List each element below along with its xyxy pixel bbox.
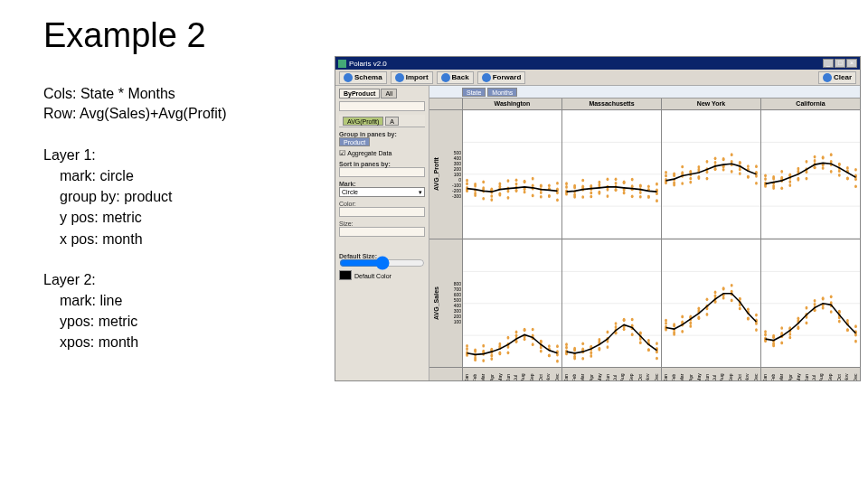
tab-all[interactable]: All xyxy=(381,89,397,99)
app-icon xyxy=(338,60,346,68)
svg-point-278 xyxy=(482,349,485,352)
svg-point-290 xyxy=(507,351,510,354)
svg-point-355 xyxy=(607,345,609,349)
svg-point-210 xyxy=(780,170,783,174)
svg-point-194 xyxy=(755,164,758,168)
svg-point-42 xyxy=(524,191,526,194)
svg-point-116 xyxy=(639,195,642,199)
svg-point-359 xyxy=(607,330,609,333)
layer2-block: Layer 2: mark: line ypos: metric xpos: m… xyxy=(43,269,335,353)
tab-byproduct[interactable]: ByProduct xyxy=(339,89,380,99)
svg-point-59 xyxy=(548,194,551,198)
layer1-block: Layer 1: mark: circle group by: product … xyxy=(43,145,335,249)
svg-point-49 xyxy=(532,194,534,198)
svg-point-384 xyxy=(647,348,650,352)
svg-point-135 xyxy=(665,174,667,178)
col-header-1: Massachusetts xyxy=(562,99,661,109)
svg-point-60 xyxy=(556,198,559,202)
forward-button[interactable]: Forward xyxy=(477,71,526,84)
xaxis-0: JanFebMarAprMayJunJulAugSepOctNovDec xyxy=(463,368,561,380)
group-label: Group in panes by: xyxy=(339,131,425,137)
svg-point-410 xyxy=(689,321,692,324)
svg-point-48 xyxy=(532,183,534,187)
svg-point-254 xyxy=(846,177,849,181)
svg-point-426 xyxy=(714,290,717,294)
back-button[interactable]: Back xyxy=(437,71,474,84)
svg-point-248 xyxy=(838,163,841,166)
row-pill-ind[interactable]: A xyxy=(385,117,399,126)
svg-point-142 xyxy=(673,183,675,187)
svg-point-512 xyxy=(846,318,849,322)
polaris-window: Polaris v2.0 _ □ × Schema Import Back Fo… xyxy=(335,56,861,381)
svg-point-30 xyxy=(507,196,510,200)
svg-point-244 xyxy=(830,170,833,174)
cell-profit-1 xyxy=(562,110,661,239)
col-pill-state[interactable]: State xyxy=(462,88,486,97)
size-slider[interactable] xyxy=(339,259,425,267)
row-pill-avg[interactable]: AVG(Profit) xyxy=(343,117,383,126)
svg-point-324 xyxy=(556,344,559,348)
svg-point-41 xyxy=(524,187,526,191)
svg-point-345 xyxy=(590,351,592,354)
svg-point-491 xyxy=(814,299,816,303)
cols-spec: Cols: State * Months xyxy=(43,84,335,104)
svg-point-489 xyxy=(806,305,808,309)
col-shelf[interactable]: State Months xyxy=(429,86,860,99)
svg-point-6 xyxy=(466,179,468,183)
minimize-button[interactable]: _ xyxy=(823,59,834,68)
sort-field[interactable] xyxy=(339,167,425,177)
col-header-3: California xyxy=(761,99,860,109)
svg-point-77 xyxy=(573,195,576,199)
layer2-xpos: xpos: month xyxy=(43,332,335,352)
svg-point-279 xyxy=(482,359,485,362)
svg-point-70 xyxy=(565,185,568,189)
svg-point-118 xyxy=(639,184,642,188)
yticks-profit: 5004003002001000-100-200-300 xyxy=(442,148,462,201)
svg-point-344 xyxy=(581,356,584,360)
svg-point-319 xyxy=(548,353,551,357)
maximize-button[interactable]: □ xyxy=(835,59,845,68)
group-value[interactable]: Product xyxy=(339,137,370,146)
svg-point-259 xyxy=(854,168,857,172)
svg-point-38 xyxy=(515,189,518,192)
field-drop-1[interactable] xyxy=(339,101,425,111)
svg-point-376 xyxy=(639,341,642,344)
size-label: Size: xyxy=(339,221,425,227)
svg-point-519 xyxy=(854,324,857,328)
svg-point-230 xyxy=(814,159,816,163)
svg-point-469 xyxy=(772,335,775,339)
import-button[interactable]: Import xyxy=(391,71,433,84)
svg-point-44 xyxy=(524,180,526,183)
titlebar[interactable]: Polaris v2.0 _ □ × xyxy=(335,57,860,70)
cell-sales-2 xyxy=(662,239,760,368)
svg-point-367 xyxy=(623,327,626,331)
back-icon xyxy=(441,73,450,82)
svg-point-233 xyxy=(814,165,816,169)
color-field[interactable] xyxy=(339,207,425,217)
svg-point-240 xyxy=(830,153,833,156)
svg-point-432 xyxy=(722,296,725,299)
svg-point-113 xyxy=(631,184,634,188)
aggregate-check[interactable]: Aggregate Data xyxy=(339,149,425,157)
svg-point-110 xyxy=(631,178,634,182)
svg-point-340 xyxy=(581,342,584,345)
svg-point-201 xyxy=(764,174,767,178)
mark-select[interactable]: Circle xyxy=(339,187,425,197)
svg-point-265 xyxy=(466,347,468,351)
color-swatch[interactable] xyxy=(339,270,352,280)
svg-point-304 xyxy=(524,328,526,332)
cell-sales-3 xyxy=(761,239,860,368)
size-field[interactable] xyxy=(339,227,425,237)
svg-point-160 xyxy=(706,177,709,181)
facet-grid: WashingtonMassachusettsNew YorkCaliforni… xyxy=(429,99,860,380)
svg-point-189 xyxy=(747,175,750,179)
col-pill-months[interactable]: Months xyxy=(487,88,517,97)
svg-point-164 xyxy=(706,160,709,164)
close-button[interactable]: × xyxy=(846,59,857,68)
schema-button[interactable]: Schema xyxy=(339,71,387,84)
svg-point-14 xyxy=(474,184,476,188)
svg-point-149 xyxy=(681,182,684,185)
svg-point-144 xyxy=(673,174,675,177)
clear-button[interactable]: Clear xyxy=(818,71,856,84)
layer1-header: Layer 1: xyxy=(43,145,335,165)
